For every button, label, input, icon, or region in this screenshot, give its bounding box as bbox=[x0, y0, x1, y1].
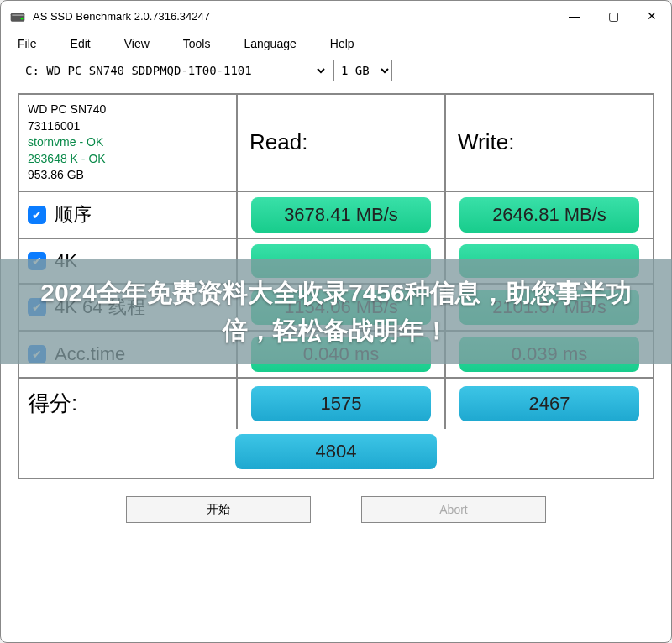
score-row: 得分: 1575 2467 4804 bbox=[19, 379, 653, 478]
menu-edit[interactable]: Edit bbox=[71, 37, 91, 50]
seq-read: 3678.41 MB/s bbox=[251, 197, 432, 233]
header-row: WD PC SN740 73116001 stornvme - OK 28364… bbox=[19, 95, 653, 192]
acc-label: Acc.time bbox=[55, 343, 125, 365]
4k-row: ✔ 4K bbox=[19, 239, 653, 285]
size-select[interactable]: 1 GB bbox=[333, 60, 392, 81]
seq-label: 顺序 bbox=[55, 202, 92, 227]
read-header: Read: bbox=[238, 95, 446, 191]
results-grid: WD PC SN740 73116001 stornvme - OK 28364… bbox=[18, 93, 654, 479]
score-label: 得分: bbox=[19, 379, 238, 429]
menu-language[interactable]: Language bbox=[244, 37, 296, 50]
4k-checkbox[interactable]: ✔ bbox=[28, 252, 46, 270]
drive-capacity: 953.86 GB bbox=[28, 167, 228, 184]
titlebar: AS SSD Benchmark 2.0.7316.34247 — ▢ ✕ bbox=[1, 1, 671, 31]
svg-rect-0 bbox=[11, 13, 25, 22]
bottom-bar: 开始 Abort bbox=[1, 488, 671, 538]
close-button[interactable]: ✕ bbox=[633, 1, 671, 31]
write-header: Write: bbox=[446, 95, 653, 191]
score-write: 2467 bbox=[459, 386, 640, 421]
drive-select[interactable]: C: WD PC SN740 SDDPMQD-1T00-1101 bbox=[18, 60, 328, 81]
4k64-read: 1154.06 MB/s bbox=[251, 290, 432, 325]
4k-label: 4K bbox=[55, 250, 77, 272]
4k64-label: 4K 64 线程 bbox=[55, 295, 145, 320]
drive-model: WD PC SN740 bbox=[28, 102, 228, 118]
4k-label-cell: ✔ 4K bbox=[19, 239, 238, 283]
4k-write bbox=[459, 244, 640, 278]
seq-row: ✔ 顺序 3678.41 MB/s 2646.81 MB/s bbox=[19, 192, 653, 239]
menubar: File Edit View Tools Language Help bbox=[1, 31, 671, 56]
menu-file[interactable]: File bbox=[18, 37, 37, 50]
acc-write: 0.039 ms bbox=[459, 337, 640, 372]
seq-checkbox[interactable]: ✔ bbox=[28, 206, 46, 224]
acc-label-cell: ✔ Acc.time bbox=[19, 332, 238, 377]
driver-status: stornvme - OK bbox=[28, 134, 228, 151]
svg-rect-1 bbox=[12, 14, 23, 16]
acc-row: ✔ Acc.time 0.040 ms 0.039 ms bbox=[19, 332, 653, 379]
seq-label-cell: ✔ 顺序 bbox=[19, 192, 238, 238]
app-icon bbox=[9, 8, 26, 24]
minimize-button[interactable]: — bbox=[555, 1, 594, 31]
selector-bar: C: WD PC SN740 SDDPMQD-1T00-1101 1 GB bbox=[1, 56, 671, 88]
score-total: 4804 bbox=[235, 434, 437, 469]
drive-serial: 73116001 bbox=[28, 118, 228, 135]
window-title: AS SSD Benchmark 2.0.7316.34247 bbox=[33, 10, 555, 23]
menu-tools[interactable]: Tools bbox=[183, 37, 211, 50]
acc-read: 0.040 ms bbox=[251, 337, 432, 372]
start-button[interactable]: 开始 bbox=[126, 496, 311, 523]
abort-button: Abort bbox=[361, 496, 546, 523]
4k64-write: 2101.67 MB/s bbox=[459, 290, 640, 325]
4k64-label-cell: ✔ 4K 64 线程 bbox=[19, 285, 238, 330]
4k64-row: ✔ 4K 64 线程 1154.06 MB/s 2101.67 MB/s bbox=[19, 285, 653, 332]
4k64-checkbox[interactable]: ✔ bbox=[28, 298, 46, 316]
svg-point-2 bbox=[21, 18, 24, 20]
4k-read bbox=[251, 244, 432, 278]
app-window: AS SSD Benchmark 2.0.7316.34247 — ▢ ✕ Fi… bbox=[0, 0, 672, 643]
drive-info: WD PC SN740 73116001 stornvme - OK 28364… bbox=[19, 95, 238, 191]
maximize-button[interactable]: ▢ bbox=[594, 1, 633, 31]
acc-checkbox[interactable]: ✔ bbox=[28, 345, 46, 363]
seq-write: 2646.81 MB/s bbox=[459, 197, 640, 233]
align-status: 283648 K - OK bbox=[28, 151, 228, 168]
score-read: 1575 bbox=[251, 386, 432, 421]
menu-view[interactable]: View bbox=[124, 37, 150, 50]
menu-help[interactable]: Help bbox=[330, 37, 354, 50]
